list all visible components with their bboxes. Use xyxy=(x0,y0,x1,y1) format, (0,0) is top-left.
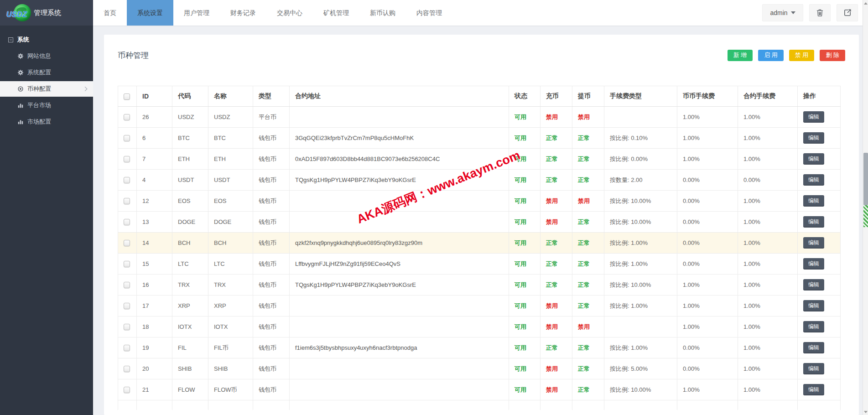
empty-cell xyxy=(572,400,604,410)
cell-type: 钱包币 xyxy=(253,316,290,337)
nav-item-6[interactable]: 矿机管理 xyxy=(313,0,359,26)
cell-coin-fee: 1.00% xyxy=(677,296,738,316)
edit-button[interactable]: 编辑 xyxy=(803,153,824,165)
cell-name: SHIB xyxy=(208,358,253,379)
edit-button[interactable]: 编辑 xyxy=(803,111,824,123)
edit-button[interactable]: 编辑 xyxy=(803,132,824,144)
action-button-3[interactable]: 禁 用 xyxy=(789,50,815,61)
nav-item-4[interactable]: 财务记录 xyxy=(220,0,266,26)
cell-status: 可用 xyxy=(509,107,541,128)
nav-item-8[interactable]: 内容管理 xyxy=(406,0,452,26)
column-header: 操作 xyxy=(798,86,841,107)
nav-item-1[interactable]: 首页 xyxy=(93,0,127,26)
sidebar-item-3[interactable]: 币种配置 xyxy=(0,81,93,97)
select-all-checkbox[interactable] xyxy=(124,93,130,100)
main-column: 首页系统设置用户管理财务记录交易中心矿机管理新币认购内容管理 admin xyxy=(93,0,868,415)
column-header: 代码 xyxy=(172,86,208,107)
user-menu-button[interactable]: admin xyxy=(762,4,803,21)
app-title: 管理系统 xyxy=(34,0,61,26)
action-button-4[interactable]: 删 除 xyxy=(820,50,845,61)
scrollbar-thumb[interactable] xyxy=(863,153,868,205)
cell-type: 钱包币 xyxy=(253,337,290,358)
cell-id: 19 xyxy=(137,337,172,358)
cell-contract-fee: 1.00% xyxy=(738,149,798,170)
row-checkbox[interactable] xyxy=(124,156,130,162)
edit-button[interactable]: 编辑 xyxy=(803,300,824,311)
table-row: 12 EOS EOS 钱包币 可用 禁用 禁用 按比例: 10.00% 0.00… xyxy=(118,191,841,212)
cell-contract-fee: 1.00% xyxy=(738,379,798,400)
sidebar-item-label: 币种配置 xyxy=(27,81,51,97)
cell-deposit: 禁用 xyxy=(541,316,572,337)
sidebar-section-system[interactable]: 系统 xyxy=(0,32,93,47)
row-checkbox[interactable] xyxy=(124,366,130,372)
cell-id: 16 xyxy=(137,275,172,296)
scrollbar-down-arrow[interactable] xyxy=(863,409,868,415)
row-checkbox[interactable] xyxy=(124,324,130,330)
cell-address xyxy=(290,191,509,212)
cell-name: DOGE xyxy=(208,212,253,233)
row-checkbox[interactable] xyxy=(124,177,130,183)
cell-deposit: 正常 xyxy=(541,233,572,254)
edit-button[interactable]: 编辑 xyxy=(803,237,824,249)
sidebar-item-5[interactable]: 市场配置 xyxy=(0,114,93,130)
cell-contract-fee: 1.00% xyxy=(738,337,798,358)
cell-address xyxy=(290,358,509,379)
action-button-1[interactable]: 新 增 xyxy=(728,50,753,61)
empty-cell xyxy=(738,400,798,410)
header-checkbox-cell xyxy=(118,86,137,107)
column-header: 币币手续费 xyxy=(677,86,738,107)
column-header: ID xyxy=(137,86,172,107)
cell-type: 钱包币 xyxy=(253,191,290,212)
row-checkbox[interactable] xyxy=(124,135,130,141)
edit-button[interactable]: 编辑 xyxy=(803,216,824,228)
edit-button[interactable]: 编辑 xyxy=(803,384,824,395)
cell-deposit: 禁用 xyxy=(541,212,572,233)
row-checkbox[interactable] xyxy=(124,198,130,204)
row-checkbox[interactable] xyxy=(124,114,130,120)
clear-cache-button[interactable] xyxy=(809,4,831,21)
cell-deposit: 正常 xyxy=(541,254,572,275)
row-checkbox[interactable] xyxy=(124,387,130,393)
row-checkbox-cell xyxy=(118,358,137,379)
cell-status: 可用 xyxy=(509,212,541,233)
action-button-2[interactable]: 启 用 xyxy=(758,50,784,61)
nav-item-2[interactable]: 系统设置 xyxy=(127,0,173,26)
edit-button[interactable]: 编辑 xyxy=(803,321,824,332)
row-actions-cell: 编辑 xyxy=(798,107,841,128)
edit-button[interactable]: 编辑 xyxy=(803,195,824,207)
cell-withdraw: 正常 xyxy=(572,358,604,379)
empty-cell xyxy=(798,400,841,410)
sidebar-item-2[interactable]: 系统配置 xyxy=(0,65,93,80)
user-name: admin xyxy=(770,9,787,16)
nav-item-5[interactable]: 交易中心 xyxy=(266,0,313,26)
cell-withdraw: 正常 xyxy=(572,296,604,316)
nav-item-3[interactable]: 用户管理 xyxy=(173,0,220,26)
app-logo[interactable]: USDZ 管理系统 xyxy=(0,0,93,26)
edit-button[interactable]: 编辑 xyxy=(803,174,824,186)
edit-button[interactable]: 编辑 xyxy=(803,342,824,353)
row-checkbox[interactable] xyxy=(124,303,130,309)
cell-name: IOTX xyxy=(208,316,253,337)
edit-button[interactable]: 编辑 xyxy=(803,363,824,374)
row-checkbox[interactable] xyxy=(124,219,130,225)
nav-item-7[interactable]: 新币认购 xyxy=(359,0,406,26)
logout-button[interactable] xyxy=(837,4,858,21)
edit-button[interactable]: 编辑 xyxy=(803,279,824,290)
row-checkbox[interactable] xyxy=(124,282,130,288)
scrollbar-up-arrow[interactable] xyxy=(863,0,868,6)
cell-fee-type: 按数量: 2.00 xyxy=(604,170,677,191)
page-scrollbar[interactable] xyxy=(863,0,868,415)
row-checkbox[interactable] xyxy=(124,345,130,351)
row-checkbox[interactable] xyxy=(124,261,130,267)
cell-type: 钱包币 xyxy=(253,212,290,233)
top-navbar: 首页系统设置用户管理财务记录交易中心矿机管理新币认购内容管理 admin xyxy=(93,0,868,26)
cell-status: 可用 xyxy=(509,149,541,170)
cell-id: 15 xyxy=(137,254,172,275)
row-checkbox[interactable] xyxy=(124,240,130,246)
cell-code: ETH xyxy=(172,149,208,170)
sidebar-item-4[interactable]: 平台市场 xyxy=(0,98,93,113)
edit-button[interactable]: 编辑 xyxy=(803,258,824,270)
sidebar-item-1[interactable]: 网站信息 xyxy=(0,48,93,64)
cell-name: LTC xyxy=(208,254,253,275)
cell-id: 13 xyxy=(137,212,172,233)
